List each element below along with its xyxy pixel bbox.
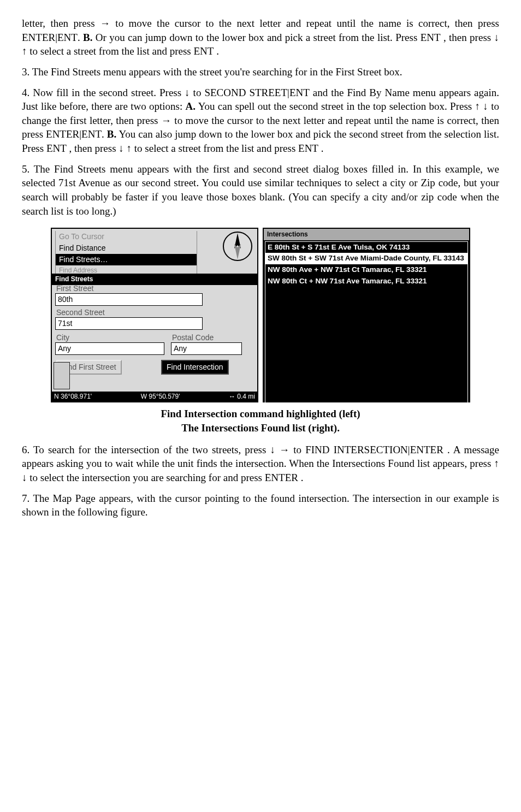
list-item[interactable]: NW 80th Ct + NW 71st Ave Tamarac, FL 333…: [265, 276, 467, 287]
paragraph-4: 5. The Find Streets menu appears with th…: [22, 162, 499, 218]
compass-icon: [221, 230, 254, 263]
menu-find-distance[interactable]: Find Distance: [55, 242, 197, 254]
status-lat: N 36°08.971': [54, 392, 92, 401]
menu-find-streets[interactable]: Find Streets…: [55, 254, 197, 265]
body-text: , then press ↓ ↑ to select a street from…: [69, 143, 298, 154]
intersections-panel: Intersections E 80th St + S 71st E Ave T…: [263, 228, 470, 402]
zoom-ruler-icon[interactable]: [54, 362, 70, 389]
key-enter-ent: ENTER|ENT: [46, 128, 102, 140]
city-label: City: [56, 333, 69, 343]
paragraph-3: 4. Now fill in the second street. Press …: [22, 86, 499, 156]
key-enter-ent: ENTER|ENT: [22, 32, 78, 43]
list-item[interactable]: SW 80th St + SW 71st Ave Miami-Dade Coun…: [265, 253, 467, 264]
caption-line-2: The Intersections Found list (right).: [181, 422, 340, 434]
status-lon: W 95°50.579': [141, 392, 180, 401]
find-intersection-button[interactable]: Find Intersection: [161, 360, 229, 375]
first-street-input[interactable]: 80th: [55, 293, 203, 306]
key-enter: ENTER: [265, 472, 298, 483]
list-item[interactable]: NW 80th Ave + NW 71st Ct Tamarac, FL 333…: [265, 264, 467, 276]
second-street-label: Second Street: [56, 307, 105, 318]
option-B: B.: [107, 128, 116, 140]
body-text: 4. Now fill in the second street. Press …: [22, 87, 204, 98]
postal-input[interactable]: Any: [171, 342, 242, 355]
body-text: 6. To search for the intersection of the…: [22, 444, 305, 455]
key-ent: ENT: [46, 143, 67, 154]
paragraph-5: 6. To search for the intersection of the…: [22, 443, 499, 485]
body-text: Or you can jump down to the lower box an…: [96, 32, 421, 43]
option-A: A.: [186, 100, 196, 112]
paragraph-6: 7. The Map Page appears, with the cursor…: [22, 491, 499, 519]
list-item[interactable]: E 80th St + S 71st E Ave Tulsa, OK 74133: [265, 242, 467, 253]
status-dist: ↔ 0.4 mi: [229, 392, 255, 401]
body-text: .: [301, 472, 304, 483]
key-ent: ENT: [421, 32, 441, 43]
map-menu: Go To Cursor Find Distance Find Streets……: [55, 231, 197, 275]
postal-label: Postal Code: [172, 333, 214, 343]
status-bar: N 36°08.971' W 95°50.579' ↔ 0.4 mi: [52, 392, 257, 401]
body-text: .: [321, 143, 324, 154]
key-second-street-ent: SECOND STREET|ENT: [204, 87, 309, 98]
option-B: B.: [83, 32, 92, 43]
screenshots-row: Go To Cursor Find Distance Find Streets……: [22, 228, 499, 402]
key-find-intersection-enter: FIND INTERSECTION|ENTER: [305, 444, 443, 455]
first-street-label: First Street: [56, 283, 93, 294]
intersections-list[interactable]: E 80th St + S 71st E Ave Tulsa, OK 74133…: [265, 241, 468, 404]
body-text: letter, then press → to move the cursor …: [22, 17, 499, 29]
key-ent: ENT: [193, 45, 214, 57]
city-input[interactable]: Any: [55, 342, 164, 355]
find-streets-panel: Go To Cursor Find Distance Find Streets……: [51, 228, 258, 402]
body-text: .: [216, 45, 219, 57]
paragraph-2: 3. The Find Streets menu appears with th…: [22, 65, 499, 79]
key-ent: ENT: [298, 143, 318, 154]
intersections-title: Intersections: [264, 229, 469, 240]
caption-line-1: Find Intersection command highlighted (l…: [161, 408, 360, 419]
second-street-input[interactable]: 71st: [55, 317, 203, 330]
paragraph-1: letter, then press → to move the cursor …: [22, 16, 499, 58]
figure-caption: Find Intersection command highlighted (l…: [22, 407, 499, 435]
menu-go-to-cursor[interactable]: Go To Cursor: [55, 231, 197, 242]
